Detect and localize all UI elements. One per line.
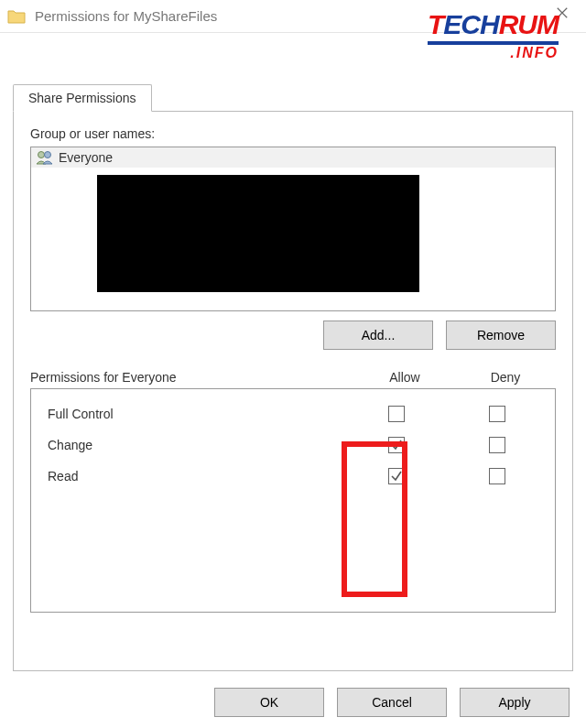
- tab-panel: Group or user names: Everyone Add... Rem…: [13, 111, 573, 671]
- permission-name: Change: [38, 438, 346, 452]
- deny-column-header: Deny: [455, 370, 556, 385]
- permission-row: Full Control: [38, 398, 548, 429]
- deny-checkbox[interactable]: [489, 437, 505, 453]
- tab-share-permissions[interactable]: Share Permissions: [13, 84, 152, 112]
- permission-row: Change: [38, 429, 548, 461]
- svg-point-0: [38, 152, 45, 158]
- list-item[interactable]: Everyone: [31, 147, 555, 168]
- ok-button[interactable]: OK: [214, 688, 324, 717]
- permissions-list: Full ControlChangeRead: [30, 388, 556, 613]
- allow-checkbox[interactable]: [388, 437, 405, 453]
- folder-icon: [7, 8, 26, 25]
- remove-button[interactable]: Remove: [446, 321, 556, 350]
- watermark-logo: TECHRUM .INFO: [428, 9, 559, 61]
- groups-label: Group or user names:: [30, 126, 556, 141]
- add-button[interactable]: Add...: [323, 321, 433, 350]
- apply-button[interactable]: Apply: [460, 688, 570, 717]
- deny-checkbox[interactable]: [489, 406, 505, 422]
- redacted-area: [97, 175, 419, 292]
- permissions-for-label: Permissions for Everyone: [30, 370, 354, 385]
- deny-checkbox[interactable]: [489, 468, 505, 484]
- permission-row: Read: [38, 461, 548, 492]
- permission-name: Read: [38, 469, 346, 484]
- svg-point-1: [45, 152, 51, 158]
- window-title: Permissions for MyShareFiles: [35, 8, 217, 24]
- group-item-label: Everyone: [59, 150, 113, 165]
- group-icon: [35, 149, 55, 166]
- allow-checkbox[interactable]: [388, 468, 405, 484]
- permissions-header: Permissions for Everyone Allow Deny: [30, 370, 556, 385]
- cancel-button[interactable]: Cancel: [337, 688, 447, 717]
- group-user-list[interactable]: Everyone: [30, 147, 556, 311]
- allow-column-header: Allow: [354, 370, 455, 385]
- dialog-footer: OK Cancel Apply: [214, 688, 570, 717]
- allow-checkbox[interactable]: [388, 406, 405, 422]
- permission-name: Full Control: [38, 407, 346, 421]
